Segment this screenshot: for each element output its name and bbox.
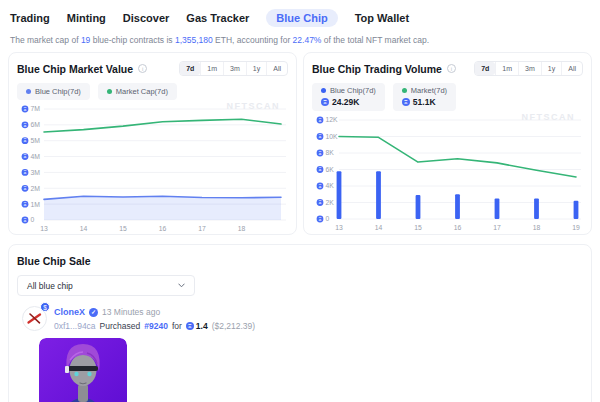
svg-text:Ξ: Ξ	[24, 138, 27, 143]
svg-text:17: 17	[493, 224, 501, 231]
market-cap-percent: 22.47%	[293, 35, 322, 45]
svg-text:Ξ: Ξ	[24, 218, 27, 223]
nav-item-minting[interactable]: Minting	[67, 9, 106, 27]
dollar-badge-icon: $	[40, 302, 50, 312]
green-dot-icon	[402, 88, 407, 93]
blue-dot-icon	[321, 88, 326, 93]
svg-text:Ξ: Ξ	[24, 107, 27, 112]
legend-label: Blue Chip(7d)	[330, 86, 376, 95]
clonex-logo-icon	[27, 311, 42, 326]
nftscan-watermark: NFTSCAN	[227, 101, 281, 111]
top-nav: Trading Minting Discover Gas Tracker Blu…	[0, 0, 600, 32]
svg-text:Ξ: Ξ	[319, 217, 322, 222]
svg-text:10K: 10K	[326, 133, 339, 140]
sale-panel-title: Blue Chip Sale	[17, 255, 583, 267]
market-value-range-selector: 7d 1m 3m 1y All	[179, 61, 288, 76]
range-3m[interactable]: 3m	[518, 62, 541, 75]
svg-text:Ξ: Ξ	[24, 170, 27, 175]
buyer-address-link[interactable]: 0xf1...94ca	[54, 321, 96, 331]
preposition-text: for	[172, 321, 182, 331]
legend-blue-chip[interactable]: Blue Chip(7d)	[17, 83, 90, 100]
range-1y[interactable]: 1y	[246, 62, 266, 75]
blue-chip-sale-panel: Blue Chip Sale All blue chip $ CloneX ✓ …	[8, 244, 592, 402]
svg-text:Ξ: Ξ	[24, 186, 27, 191]
range-7d[interactable]: 7d	[475, 62, 495, 75]
range-7d[interactable]: 7d	[180, 62, 200, 75]
collection-name-link[interactable]: CloneX	[54, 307, 85, 317]
summary-text: ETH, accounting for	[213, 35, 293, 45]
range-all[interactable]: All	[266, 62, 287, 75]
svg-text:4K: 4K	[326, 182, 335, 189]
info-icon[interactable]: i	[138, 64, 147, 73]
blue-chip-volume-value: Ξ 24.29K	[321, 97, 359, 107]
svg-text:Ξ: Ξ	[319, 167, 322, 172]
svg-text:18: 18	[238, 225, 246, 232]
eth-icon: Ξ	[321, 98, 329, 106]
range-1m[interactable]: 1m	[200, 62, 223, 75]
svg-text:6M: 6M	[31, 121, 41, 128]
legend-blue-chip-volume[interactable]: Blue Chip(7d) Ξ 24.29K	[312, 83, 385, 111]
range-3m[interactable]: 3m	[223, 62, 246, 75]
svg-text:5M: 5M	[31, 137, 41, 144]
token-id-link[interactable]: #9240	[144, 321, 168, 331]
svg-text:15: 15	[119, 225, 127, 232]
svg-text:18: 18	[533, 224, 541, 231]
svg-text:14: 14	[375, 224, 383, 231]
green-dot-icon	[107, 89, 112, 94]
svg-text:Ξ: Ξ	[24, 154, 27, 159]
nav-item-top-wallet[interactable]: Top Wallet	[355, 9, 409, 27]
contracts-count: 19	[81, 35, 90, 45]
trading-volume-panel: Blue Chip Trading Volume i 7d 1m 3m 1y A…	[303, 52, 592, 235]
svg-text:16: 16	[159, 225, 167, 232]
svg-text:Ξ: Ξ	[24, 202, 27, 207]
svg-text:Ξ: Ξ	[319, 118, 322, 123]
svg-text:Ξ: Ξ	[319, 200, 322, 205]
svg-text:19: 19	[572, 224, 580, 231]
legend-label: Market Cap(7d)	[116, 87, 168, 96]
range-1y[interactable]: 1y	[541, 62, 561, 75]
nft-image[interactable]	[39, 338, 127, 402]
svg-text:Ξ: Ξ	[319, 184, 322, 189]
market-value-panel: Blue Chip Market Value i 7d 1m 3m 1y All…	[8, 52, 297, 235]
dropdown-selected-value: All blue chip	[27, 281, 73, 291]
nftscan-watermark: NFTSCAN	[522, 112, 576, 122]
blue-chip-filter-dropdown[interactable]: All blue chip	[17, 275, 195, 296]
svg-text:Ξ: Ξ	[319, 151, 322, 156]
svg-text:12K: 12K	[326, 116, 339, 123]
svg-text:6K: 6K	[326, 166, 335, 173]
blue-dot-icon	[26, 89, 31, 94]
legend-market-cap[interactable]: Market Cap(7d)	[98, 83, 177, 100]
range-all[interactable]: All	[561, 62, 582, 75]
svg-text:7M: 7M	[31, 105, 41, 112]
svg-text:2K: 2K	[326, 199, 335, 206]
sale-price-usd: ($2,212.39)	[212, 321, 255, 331]
svg-text:0: 0	[31, 216, 35, 223]
legend-market-volume[interactable]: Market(7d) Ξ 51.1K	[393, 83, 456, 111]
svg-text:1M: 1M	[31, 201, 41, 208]
collection-avatar[interactable]: $	[22, 306, 47, 331]
info-icon[interactable]: i	[447, 64, 456, 73]
svg-text:13: 13	[335, 224, 343, 231]
sale-price-eth: Ξ 1.4	[186, 321, 208, 331]
trading-volume-range-selector: 7d 1m 3m 1y All	[474, 61, 583, 76]
market-cap-summary: The market cap of 19 blue-chip contracts…	[0, 32, 600, 52]
nav-item-discover[interactable]: Discover	[123, 9, 169, 27]
nav-item-gas-tracker[interactable]: Gas Tracker	[186, 9, 249, 27]
panel-title-text: Blue Chip Trading Volume	[312, 63, 442, 75]
charts-row: Blue Chip Market Value i 7d 1m 3m 1y All…	[0, 52, 600, 235]
market-volume-value: Ξ 51.1K	[402, 97, 436, 107]
svg-text:4M: 4M	[31, 153, 41, 160]
svg-text:0: 0	[326, 215, 330, 222]
legend-label: Blue Chip(7d)	[35, 87, 81, 96]
nav-item-trading[interactable]: Trading	[10, 9, 50, 27]
action-text: Purchased	[100, 321, 141, 331]
market-value-title: Blue Chip Market Value i	[17, 63, 147, 75]
trading-volume-chart: Ξ0Ξ2KΞ4KΞ6KΞ8KΞ10KΞ12K13141516171819	[312, 114, 583, 232]
panel-title-text: Blue Chip Market Value	[17, 63, 133, 75]
range-1m[interactable]: 1m	[495, 62, 518, 75]
svg-text:15: 15	[414, 224, 422, 231]
market-value-chart: Ξ0Ξ1MΞ2MΞ3MΞ4MΞ5MΞ6MΞ7M131415161718	[17, 103, 288, 233]
nav-item-blue-chip[interactable]: Blue Chip	[266, 9, 337, 27]
market-cap-eth-value: 1,355,180	[175, 35, 213, 45]
eth-icon: Ξ	[186, 322, 194, 330]
